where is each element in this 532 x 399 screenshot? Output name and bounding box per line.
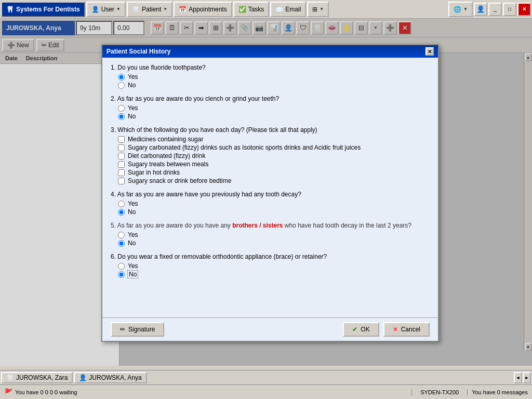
question-1: 1. Do you use fluoride toothpaste? Yes N… <box>111 64 430 89</box>
signature-icon: ✏ <box>120 326 125 333</box>
taskbar-scroll: ◄ ► <box>514 372 531 383</box>
q3-opt3: Diet carbonated (fizzy) drink <box>118 152 430 159</box>
layout-icon: ⊞ <box>312 6 317 13</box>
dialog-title: Patient Social History <box>107 48 170 55</box>
taskbar-icon-0: 🦷 <box>6 374 14 381</box>
tasks-menu[interactable]: ✅ Tasks <box>233 2 270 17</box>
appointments-icon: 📅 <box>179 6 187 13</box>
q5-no-label: No <box>128 240 136 247</box>
question-4-text: 4. As far as you are aware have you prev… <box>111 191 430 198</box>
q3-label-6: Sugary snack or drink before bedtime <box>128 177 231 184</box>
app-title: Systems For Dentists <box>16 6 80 13</box>
q4-yes-option: Yes <box>118 200 430 207</box>
q3-checkbox-1[interactable] <box>118 136 125 143</box>
status-left: 🚩 You have 0 0 0 0 waiting <box>0 388 411 396</box>
q5-yes-label: Yes <box>128 231 138 238</box>
q6-yes-label: Yes <box>128 262 138 270</box>
flag-menu[interactable]: 🌐 ▼ <box>448 2 473 17</box>
cancel-button[interactable]: ✕ Cancel <box>383 322 430 337</box>
patient-icon: 🦷 <box>132 6 140 13</box>
status-flag-icon: 🚩 <box>4 388 13 396</box>
menu-bar: 🦷 Systems For Dentists 👤 User ▼ 🦷 Patien… <box>0 0 532 19</box>
signature-button[interactable]: ✏ Signature <box>111 322 164 337</box>
q1-yes-radio[interactable] <box>118 74 125 81</box>
close-app-btn[interactable]: ✕ <box>517 3 531 16</box>
patient-arrow-icon: ▼ <box>163 7 167 11</box>
taskbar-scroll-right[interactable]: ► <box>523 372 531 383</box>
q3-label-3: Diet carbonated (fizzy) drink <box>128 152 205 159</box>
question-6: 6. Do you wear a fixed or removable orth… <box>111 253 430 278</box>
q6-no-radio[interactable] <box>118 271 125 278</box>
question-1-text: 1. Do you use fluoride toothpaste? <box>111 64 430 71</box>
q3-checkbox-3[interactable] <box>118 153 125 159</box>
q2-yes-option: Yes <box>118 104 430 112</box>
patient-menu[interactable]: 🦷 Patient ▼ <box>127 2 172 17</box>
dialog-close-button[interactable]: ✕ <box>425 47 434 56</box>
q3-label-1: Medicines containing sugar <box>128 136 203 143</box>
dialog-titlebar: Patient Social History ✕ <box>102 45 438 58</box>
cancel-icon: ✕ <box>393 326 398 333</box>
status-messages: You have 0 messages <box>468 389 532 395</box>
restore-btn[interactable]: □ <box>503 3 516 16</box>
taskbar-item-0[interactable]: 🦷 JUROWSKA, Zara <box>1 372 73 383</box>
user-icon: 👤 <box>91 6 99 13</box>
q5-yes-option: Yes <box>118 231 430 238</box>
minimize-btn[interactable]: _ <box>488 3 502 16</box>
q5-yes-radio[interactable] <box>118 232 125 238</box>
q4-no-radio[interactable] <box>118 209 125 216</box>
question-3-text: 3. Which of the following do you have ea… <box>111 126 430 134</box>
q2-no-radio[interactable] <box>118 113 125 120</box>
q2-no-label: No <box>128 113 136 120</box>
app-logo[interactable]: 🦷 Systems For Dentists <box>1 2 85 17</box>
q2-no-option: No <box>118 113 430 120</box>
flag-arrow-icon: ▼ <box>463 7 468 11</box>
q2-yes-label: Yes <box>128 104 138 112</box>
ok-icon: ✔ <box>352 326 357 333</box>
q4-yes-label: Yes <box>128 200 138 207</box>
user-menu[interactable]: 👤 User ▼ <box>86 2 126 17</box>
q1-yes-option: Yes <box>118 73 430 81</box>
q3-checkbox-2[interactable] <box>118 144 125 151</box>
status-bar: 🚩 You have 0 0 0 0 waiting SYDEN-TX200 Y… <box>0 384 532 399</box>
q4-yes-radio[interactable] <box>118 201 125 207</box>
footer-right-buttons: ✔ OK ✕ Cancel <box>343 322 430 337</box>
tasks-icon: ✅ <box>238 6 246 13</box>
q3-checkbox-4[interactable] <box>118 161 125 168</box>
taskbar-icon-1: 👤 <box>79 374 87 381</box>
question-4: 4. As far as you are aware have you prev… <box>111 191 430 216</box>
person-icon-btn[interactable]: 👤 <box>474 3 487 16</box>
q3-checkbox-5[interactable] <box>118 169 125 176</box>
q4-no-label: No <box>128 208 136 216</box>
q3-opt4: Sugary treats between meals <box>118 161 430 168</box>
q3-label-2: Sugary carbonated (fizzy) drinks such as… <box>128 144 361 151</box>
q6-no-option: No <box>118 271 430 278</box>
ok-button[interactable]: ✔ OK <box>343 322 379 337</box>
flag-icon: 🌐 <box>454 6 461 13</box>
q3-opt2: Sugary carbonated (fizzy) drinks such as… <box>118 144 430 151</box>
layout-menu[interactable]: ⊞ ▼ <box>307 2 329 17</box>
q1-no-radio[interactable] <box>118 82 125 89</box>
q1-no-label: No <box>128 82 136 89</box>
question-2-text: 2. As far as you are aware do you clench… <box>111 95 430 102</box>
appointments-menu[interactable]: 📅 Appointments <box>174 2 232 17</box>
q6-yes-option: Yes <box>118 262 430 270</box>
question-2: 2. As far as you are aware do you clench… <box>111 95 430 120</box>
q2-yes-radio[interactable] <box>118 105 125 112</box>
q1-yes-label: Yes <box>128 73 138 81</box>
email-menu[interactable]: ✉️ Email <box>270 2 306 17</box>
taskbar-item-1[interactable]: 👤 JUROWSKA, Anya <box>74 372 147 383</box>
q3-checkbox-6[interactable] <box>118 178 125 184</box>
q5-no-option: No <box>118 240 430 247</box>
question-3: 3. Which of the following do you have ea… <box>111 126 430 184</box>
q5-no-radio[interactable] <box>118 240 125 247</box>
question-5: 5. As far as you are aware do you have a… <box>111 222 430 247</box>
dialog-body: 1. Do you use fluoride toothpaste? Yes N… <box>102 58 438 317</box>
status-message: You have 0 0 0 0 waiting <box>15 389 77 395</box>
dialog-footer: ✏ Signature ✔ OK ✕ Cancel <box>102 317 438 341</box>
q3-label-5: Sugar in hot drinks <box>128 169 180 176</box>
patient-social-history-dialog: Patient Social History ✕ 1. Do you use f… <box>101 44 439 342</box>
taskbar-scroll-left[interactable]: ◄ <box>514 372 522 383</box>
q6-yes-radio[interactable] <box>118 263 125 270</box>
logo-icon: 🦷 <box>6 6 14 13</box>
status-system: SYDEN-TX200 <box>411 389 468 395</box>
